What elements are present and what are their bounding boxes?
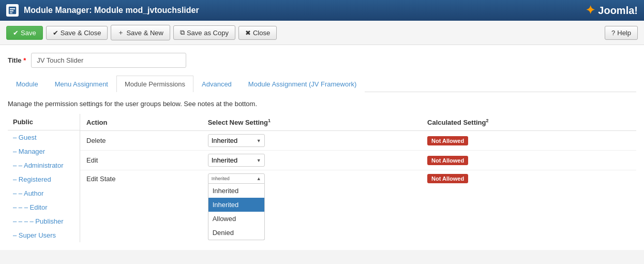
user-group-administrator[interactable]: – – Administrator [8, 158, 80, 172]
joomla-logo: ✦ Joomla! [586, 4, 638, 17]
permissions-table: Action Select New Setting1 Calculated Se… [80, 114, 636, 187]
close-label: Close [253, 29, 270, 37]
calculated-setting-header: Calculated Setting2 [421, 114, 636, 131]
user-group-guest[interactable]: – Guest [8, 130, 80, 144]
table-row: Edit State Inherited ▲ Inherited Inherit… [80, 170, 636, 187]
user-group-editor[interactable]: – – – Editor [8, 200, 80, 214]
calculated-edit-state-cell: Not Allowed [421, 170, 636, 187]
user-group-registered[interactable]: – Registered [8, 172, 80, 186]
dropdown-item-allowed[interactable]: Allowed [208, 212, 264, 226]
save-new-plus-icon: ＋ [117, 28, 124, 37]
table-row: Delete Inherited Allowed Denied [80, 131, 636, 151]
svg-rect-1 [10, 8, 15, 9]
save-close-button[interactable]: ✔ Save & Close [46, 26, 108, 40]
tab-module[interactable]: Module [8, 76, 47, 92]
save-label: Save [21, 29, 36, 37]
not-allowed-badge: Not Allowed [427, 136, 468, 145]
select-delete[interactable]: Inherited Allowed Denied [208, 134, 265, 147]
user-group-author[interactable]: – – Author [8, 186, 80, 200]
dropdown-item-inherited-top[interactable]: Inherited [208, 184, 264, 198]
dropdown-item-inherited-selected[interactable]: Inherited [208, 198, 264, 212]
user-group-super-users[interactable]: – Super Users [8, 228, 80, 242]
select-setting-header: Select New Setting1 [202, 114, 421, 131]
not-allowed-badge: Not Allowed [427, 174, 468, 183]
module-manager-icon [6, 4, 19, 17]
permissions-description: Manage the permission settings for the u… [8, 100, 636, 108]
permissions-layout: Public – Guest – Manager – – Administrat… [8, 114, 636, 242]
toolbar: ✔ Save ✔ Save & Close ＋ Save & New ⧉ Sav… [0, 21, 644, 45]
tab-advanced[interactable]: Advanced [193, 76, 240, 92]
page-title: Module Manager: Module mod_jvtouchslider [24, 6, 199, 15]
dropdown-arrow-icon: ▲ [257, 176, 261, 181]
save-copy-icon: ⧉ [180, 28, 185, 37]
select-edit-state-cell: Inherited ▲ Inherited Inherited Allowed … [202, 170, 421, 187]
user-groups-header: Public [8, 114, 80, 130]
select-edit-wrapper: Inherited Allowed Denied [208, 154, 265, 167]
action-edit: Edit [80, 151, 202, 170]
action-edit-state: Edit State [80, 170, 202, 187]
joomla-label: Joomla! [598, 5, 638, 17]
help-button[interactable]: ? Help [605, 26, 638, 40]
close-x-icon: ✖ [245, 29, 251, 37]
dropdown-edit-state-container: Inherited ▲ Inherited Inherited Allowed … [208, 173, 265, 184]
action-header: Action [80, 114, 202, 131]
header-left: Module Manager: Module mod_jvtouchslider [6, 4, 199, 17]
dropdown-item-denied[interactable]: Denied [208, 226, 264, 240]
close-button[interactable]: ✖ Close [238, 26, 277, 40]
tab-menu-assignment[interactable]: Menu Assignment [47, 76, 116, 92]
joomla-star-icon: ✦ [586, 4, 595, 17]
calculated-delete-cell: Not Allowed [421, 131, 636, 151]
tabs-nav: Module Menu Assignment Module Permission… [8, 76, 636, 92]
save-close-check-icon: ✔ [53, 29, 58, 37]
dropdown-current-value: Inherited [212, 176, 230, 181]
dropdown-edit-state-list: Inherited Inherited Allowed Denied [208, 184, 265, 240]
save-close-label: Save & Close [61, 29, 101, 37]
user-group-manager[interactable]: – Manager [8, 144, 80, 158]
calculated-edit-cell: Not Allowed [421, 151, 636, 170]
save-copy-label: Save as Copy [187, 29, 229, 37]
save-new-button[interactable]: ＋ Save & New [111, 25, 170, 40]
title-input[interactable] [31, 53, 186, 68]
user-group-publisher[interactable]: – – – – Publisher [8, 214, 80, 228]
tab-module-permissions[interactable]: Module Permissions [116, 76, 193, 92]
permissions-table-area: Action Select New Setting1 Calculated Se… [80, 114, 636, 242]
page-header: Module Manager: Module mod_jvtouchslider… [0, 0, 644, 21]
content-area: Title * Module Menu Assignment Module Pe… [0, 45, 644, 250]
title-label: Title * [8, 56, 26, 64]
title-row: Title * [8, 53, 636, 68]
help-label: Help [617, 29, 631, 37]
select-delete-cell: Inherited Allowed Denied [202, 131, 421, 151]
select-delete-wrapper: Inherited Allowed Denied [208, 134, 265, 147]
select-edit[interactable]: Inherited Allowed Denied [208, 154, 265, 167]
save-new-label: Save & New [126, 29, 163, 37]
select-edit-cell: Inherited Allowed Denied [202, 151, 421, 170]
save-copy-button[interactable]: ⧉ Save as Copy [173, 25, 235, 40]
save-button[interactable]: ✔ Save [6, 26, 43, 40]
table-row: Edit Inherited Allowed Denied [80, 151, 636, 170]
required-marker: * [23, 56, 26, 64]
not-allowed-badge: Not Allowed [427, 156, 468, 165]
help-icon: ? [611, 29, 615, 37]
svg-rect-2 [10, 10, 13, 11]
dropdown-edit-state-trigger[interactable]: Inherited ▲ [208, 173, 265, 184]
save-check-icon: ✔ [13, 29, 19, 37]
svg-rect-3 [10, 12, 12, 13]
action-delete: Delete [80, 131, 202, 151]
tab-module-assignment-jv[interactable]: Module Assignment (JV Framework) [240, 76, 365, 92]
user-groups-panel: Public – Guest – Manager – – Administrat… [8, 114, 80, 242]
